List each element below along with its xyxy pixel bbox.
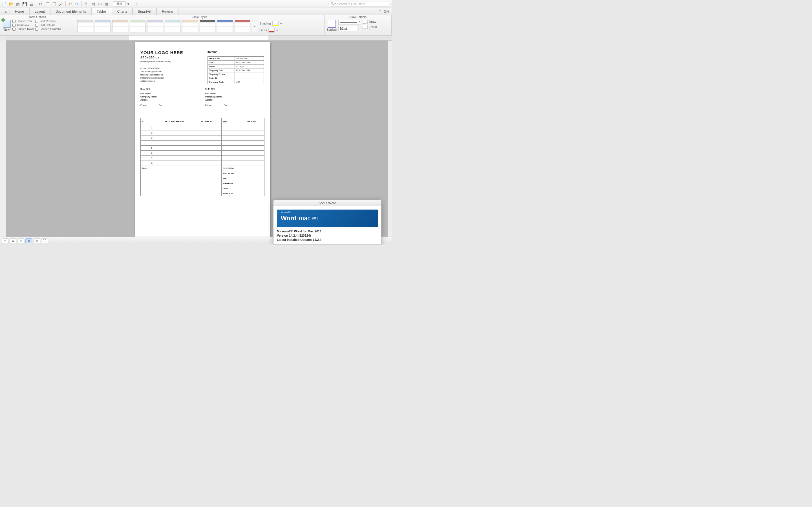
- group-title: Table Styles: [75, 15, 324, 18]
- borders-button[interactable]: Borders: [327, 20, 337, 31]
- line-style-select[interactable]: ▾: [338, 20, 361, 25]
- view-draft-icon[interactable]: ≡: [2, 238, 8, 243]
- table-style-swatch[interactable]: [165, 20, 181, 33]
- check-banded-rows[interactable]: Banded Rows: [12, 27, 34, 31]
- items-table: IDSKU/DESCRIPTIONUNIT PRICEQTYAMOUNT 123…: [140, 118, 264, 196]
- zoom-level[interactable]: 85%: [113, 1, 126, 6]
- check-last-column[interactable]: Last Column: [35, 24, 61, 27]
- quick-access-toolbar: 📄 📂 ▦ 💾 🖨 ✂ 📋 📋 🖌 ↶ ↷ ¶ ▤ ▭ ▦ 85% ▾ ? 🔍▾…: [0, 0, 392, 8]
- tab-document-elements[interactable]: Document Elements: [50, 8, 91, 15]
- view-fullscreen-icon[interactable]: ⛶: [41, 238, 48, 243]
- about-banner: Microsoft® Word:mac2011: [277, 210, 378, 227]
- table-style-swatch[interactable]: [200, 20, 215, 33]
- invoice-heading: INVOICE: [207, 51, 264, 54]
- settings-gear-icon[interactable]: ⚙▾: [383, 9, 389, 14]
- table-style-swatch[interactable]: [182, 20, 198, 33]
- group-draw-borders: Draw Borders Borders ▾ ▲▼ Draw Erase: [324, 15, 392, 35]
- bill-to-block: BILL TO : Full Name: Company Name: Adres…: [140, 88, 200, 107]
- zoom-dropdown-icon[interactable]: ▾: [126, 1, 130, 7]
- styles-more-icon[interactable]: ▸: [252, 20, 257, 33]
- page[interactable]: YOUR LOGO HERE 860x450 px (insert>photo>…: [135, 42, 270, 237]
- view-notebook-icon[interactable]: ▤: [33, 238, 40, 243]
- draw-button[interactable]: Draw: [363, 20, 377, 24]
- new-doc-icon[interactable]: 📄: [1, 1, 7, 7]
- table-style-swatch[interactable]: [235, 20, 250, 33]
- save-icon[interactable]: 💾: [21, 1, 28, 7]
- pilcrow-icon[interactable]: ¶: [83, 1, 89, 7]
- tab-smartart[interactable]: SmartArt: [133, 8, 156, 15]
- ribbon-tabs: ⌂ Home Layout Document Elements Tables C…: [0, 8, 392, 15]
- group-title: Draw Borders: [324, 15, 391, 18]
- check-first-column[interactable]: First Column: [35, 20, 61, 23]
- group-table-styles: Table Styles ▸ Shading▾ Lines▾: [75, 15, 324, 35]
- help-icon[interactable]: ?: [133, 1, 140, 7]
- view-publishing-icon[interactable]: ▭: [17, 238, 24, 243]
- home-icon[interactable]: ⌂: [3, 8, 10, 15]
- group-title: Table Options: [0, 15, 75, 18]
- line-color-icon[interactable]: [268, 27, 274, 33]
- new-table-button[interactable]: + New: [2, 19, 11, 32]
- check-header-row[interactable]: Header Row: [12, 20, 34, 23]
- view-print-layout-icon[interactable]: ▦: [26, 238, 32, 243]
- paste-icon[interactable]: 📋: [51, 1, 57, 7]
- cut-icon[interactable]: ✂: [38, 1, 44, 7]
- media-icon[interactable]: ▦: [103, 1, 110, 7]
- view-outline-icon[interactable]: ☰: [10, 238, 16, 243]
- vertical-scrollbar[interactable]: [388, 41, 392, 237]
- redo-icon[interactable]: ↷: [74, 1, 80, 7]
- sidebar-icon[interactable]: ▤: [90, 1, 96, 7]
- tab-tables[interactable]: Tables: [91, 8, 112, 15]
- check-total-row[interactable]: Total Row: [12, 24, 34, 27]
- group-table-options: Table Options + New Header Row Total Row…: [0, 15, 75, 35]
- pencil-icon: [363, 20, 368, 24]
- ship-to-block: SHIP TO : Full Name: Company Name: Adres…: [205, 88, 264, 107]
- lines-label: Lines: [259, 29, 267, 32]
- shading-label: Shading: [259, 22, 271, 25]
- about-titlebar[interactable]: About Word: [273, 200, 381, 206]
- table-style-swatch[interactable]: [147, 20, 163, 33]
- copy-icon[interactable]: 📋: [44, 1, 50, 7]
- shading-color-icon[interactable]: [272, 21, 278, 26]
- search-input[interactable]: 🔍▾ Search in Document: [328, 1, 391, 7]
- template-icon[interactable]: ▦: [15, 1, 21, 7]
- new-table-icon: +: [3, 20, 11, 27]
- table-style-swatch[interactable]: [95, 20, 110, 33]
- about-word-dialog[interactable]: About Word Microsoft® Word:mac2011 Micro…: [273, 200, 382, 244]
- table-style-swatch[interactable]: [77, 20, 93, 33]
- table-style-swatch[interactable]: [217, 20, 233, 33]
- undo-icon[interactable]: ↶: [67, 1, 73, 7]
- horizontal-ruler[interactable]: [6, 36, 392, 41]
- line-weight-input[interactable]: [338, 26, 357, 31]
- eraser-icon: [363, 25, 368, 29]
- search-icon: 🔍▾: [331, 2, 336, 6]
- search-placeholder: Search in Document: [337, 2, 365, 6]
- table-style-swatch[interactable]: [112, 20, 128, 33]
- check-banded-columns[interactable]: Banded Columns: [35, 27, 61, 31]
- vertical-ruler[interactable]: [0, 41, 6, 237]
- print-icon[interactable]: 🖨: [28, 1, 35, 7]
- open-icon[interactable]: 📂: [8, 1, 14, 7]
- borders-icon: [328, 20, 336, 27]
- line-weight-spinner[interactable]: ▲▼: [357, 26, 361, 31]
- tab-charts[interactable]: Charts: [112, 8, 133, 15]
- about-info: Microsoft® Word for Mac 2011 Version 14.…: [273, 229, 381, 244]
- toolbox-icon[interactable]: ▭: [97, 1, 103, 7]
- erase-button[interactable]: Erase: [363, 25, 377, 29]
- invoice-meta-table: Invoice NoInv12445245Date19 – Oct– 2016T…: [207, 56, 264, 84]
- table-style-swatch[interactable]: [130, 20, 146, 33]
- tab-home[interactable]: Home: [10, 8, 29, 15]
- tab-layout[interactable]: Layout: [29, 8, 50, 15]
- format-painter-icon[interactable]: 🖌: [58, 1, 64, 7]
- collapse-ribbon-icon[interactable]: ⌃: [378, 9, 382, 14]
- tab-review[interactable]: Review: [156, 8, 178, 15]
- ribbon-body: Table Options + New Header Row Total Row…: [0, 15, 392, 36]
